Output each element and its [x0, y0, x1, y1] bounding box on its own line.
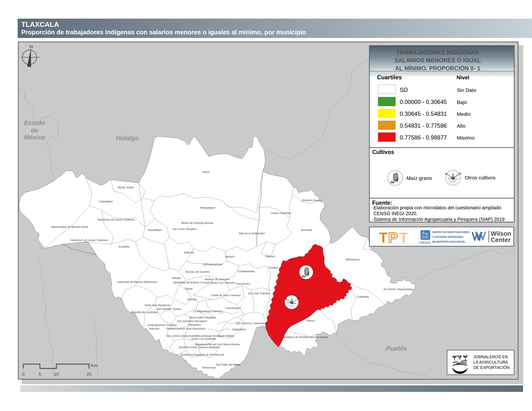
- svg-text:San Pablo del Monte: San Pablo del Monte: [216, 363, 240, 366]
- svg-text:Cuapiaxtla: Cuapiaxtla: [356, 295, 369, 298]
- svg-text:Tepeyanco: Tepeyanco: [188, 323, 201, 326]
- svg-text:San Francisco Tetlanohcan: San Francisco Tetlanohcan: [236, 322, 268, 325]
- svg-text:Hueyotlipan: Hueyotlipan: [148, 228, 162, 231]
- svg-text:Sanctórum de Lázaro Cárdenas: Sanctórum de Lázaro Cárdenas: [97, 218, 135, 221]
- svg-text:Km: Km: [91, 363, 98, 368]
- svg-text:Panotla: Panotla: [172, 277, 181, 280]
- svg-text:Tepetitla de Lardizábal: Tepetitla de Lardizábal: [131, 311, 158, 314]
- svg-text:Santa Catarina Ayometla: Santa Catarina Ayometla: [190, 346, 220, 349]
- svg-text:Xaloztoc: Xaloztoc: [265, 255, 276, 258]
- svg-text:Contla de Juan Cuamatzi: Contla de Juan Cuamatzi: [211, 294, 241, 297]
- svg-text:Calpulalpan: Calpulalpan: [99, 200, 113, 203]
- svg-text:Tenancingo: Tenancingo: [202, 366, 216, 369]
- svg-text:Chiautempan: Chiautempan: [225, 307, 241, 309]
- svg-text:Tlaxco: Tlaxco: [202, 170, 210, 173]
- svg-text:CENTRO DE INVESTIGACIONES: CENTRO DE INVESTIGACIONES: [432, 231, 469, 234]
- svg-text:Benito Juárez: Benito Juárez: [118, 186, 134, 189]
- svg-text:La Magdalena Tlaltelulco: La Magdalena Tlaltelulco: [193, 310, 223, 313]
- svg-text:Acuamanala de Miguel Hidalgo: Acuamanala de Miguel Hidalgo: [197, 334, 234, 337]
- svg-text:Maíz grano: Maíz grano: [407, 175, 432, 181]
- svg-text:Santa Cruz Tlaxcala: Santa Cruz Tlaxcala: [210, 281, 234, 284]
- svg-text:Santa Apolonia Teacalco: Santa Apolonia Teacalco: [148, 324, 177, 326]
- svg-text:Teolocholco: Teolocholco: [232, 328, 246, 331]
- svg-text:Tocatlán: Tocatlán: [268, 266, 278, 269]
- svg-text:Amaxac de Guerrero: Amaxac de Guerrero: [185, 270, 210, 273]
- svg-text:Ixtenco: Ixtenco: [306, 319, 315, 322]
- svg-text:Estado: Estado: [24, 119, 45, 126]
- svg-text:Natívitas: Natívitas: [149, 327, 160, 330]
- svg-text:Nanacamilpa de Mariano Arista: Nanacamilpa de Mariano Arista: [51, 225, 88, 228]
- svg-text:Muñoz de Domingo Arenas: Muñoz de Domingo Arenas: [181, 222, 214, 224]
- svg-text:Terrenate: Terrenate: [301, 228, 312, 231]
- svg-text:Puebla: Puebla: [386, 345, 407, 352]
- svg-text:Mazatecochco de José María Mor: Mazatecochco de José María Morelos: [195, 343, 240, 346]
- svg-text:El Carmen Tequexquitla: El Carmen Tequexquitla: [384, 288, 412, 291]
- svg-text:N: N: [29, 44, 33, 49]
- svg-text:Tetlatlahuca: Tetlatlahuca: [166, 327, 180, 330]
- svg-text:Papalotla de Xicohténcatl: Papalotla de Xicohténcatl: [194, 353, 224, 356]
- svg-text:5: 5: [39, 372, 41, 377]
- svg-text:Zitlaltépec de Trinidad Sánche: Zitlaltépec de Trinidad Sánchez Santos: [282, 336, 328, 338]
- svg-text:San Lorenzo Axocomanitla: San Lorenzo Axocomanitla: [166, 334, 198, 337]
- svg-text:Huamantla: Huamantla: [301, 290, 314, 292]
- svg-text:ESTRATEGIA Y PROYECTOS DIG: ESTRATEGIA Y PROYECTOS DIG: [380, 243, 409, 245]
- svg-text:Tzompantepec: Tzompantepec: [238, 270, 255, 273]
- svg-text:EN ANTROPOLOGÍA SOCIAL: EN ANTROPOLOGÍA SOCIAL: [432, 240, 466, 243]
- svg-text:10: 10: [54, 372, 59, 377]
- svg-text:Apizaco: Apizaco: [225, 255, 235, 258]
- svg-text:Yauhquemehcan: Yauhquemehcan: [202, 263, 222, 266]
- svg-text:San José Teacalco: San José Teacalco: [248, 292, 270, 295]
- svg-text:Y ESTUDIOS SUPERIORES: Y ESTUDIOS SUPERIORES: [432, 236, 463, 238]
- svg-text:Totolac: Totolac: [184, 287, 193, 290]
- svg-text:Cuaxomulco: Cuaxomulco: [235, 282, 250, 285]
- svg-text:Atltzayanca: Atltzayanca: [346, 258, 360, 261]
- svg-text:Center: Center: [491, 236, 511, 243]
- svg-text:0: 0: [22, 372, 24, 377]
- svg-text:CIESAS: CIESAS: [419, 241, 431, 244]
- svg-text:Españita: Españita: [119, 245, 129, 248]
- svg-text:Zacatelco: Zacatelco: [178, 346, 190, 349]
- svg-text:Atlangatepec: Atlangatepec: [200, 206, 216, 209]
- svg-text:Hidalgo: Hidalgo: [116, 134, 139, 142]
- svg-text:Emiliano Zapata: Emiliano Zapata: [302, 199, 321, 202]
- svg-text:San Jerónimo Zacualpan: San Jerónimo Zacualpan: [177, 320, 207, 323]
- svg-text:Xicohtzinco: Xicohtzinco: [180, 353, 194, 356]
- svg-text:Santa Isabel Xiloxoxtla: Santa Isabel Xiloxoxtla: [189, 316, 216, 319]
- svg-text:San Damián Texóloc: San Damián Texóloc: [157, 308, 181, 310]
- svg-text:20: 20: [86, 372, 91, 377]
- svg-text:Santa Cruz Quilehtla: Santa Cruz Quilehtla: [191, 337, 216, 340]
- svg-text:Xaltocan: Xaltocan: [183, 251, 194, 254]
- svg-text:Sanctórum de Lázaro Cárdenas: Sanctórum de Lázaro Cárdenas: [70, 239, 108, 242]
- svg-text:Ixtacuixtla de Mariano Matamor: Ixtacuixtla de Mariano Matamoros: [117, 280, 157, 283]
- svg-text:de: de: [31, 127, 38, 134]
- svg-text:San Lucas Tecopilco: San Lucas Tecopilco: [172, 227, 197, 230]
- svg-text:Santa Ana Nopalucan: Santa Ana Nopalucan: [145, 304, 171, 307]
- svg-text:San Juan Huactzinco: San Juan Huactzinco: [180, 327, 206, 330]
- svg-text:Lázaro Cárdenas: Lázaro Cárdenas: [271, 212, 291, 215]
- svg-text:Tetla de la Solidaridad: Tetla de la Solidaridad: [238, 232, 265, 235]
- svg-text:Otros cultivos: Otros cultivos: [465, 175, 495, 180]
- svg-text:Apetatitlán de Antonio Carvaja: Apetatitlán de Antonio Carvajal: [173, 281, 210, 284]
- svg-text:Tlaxcala: Tlaxcala: [187, 298, 197, 301]
- svg-text:México: México: [24, 134, 45, 141]
- svg-text:Amaxac de Guerrero: Amaxac de Guerrero: [204, 278, 229, 281]
